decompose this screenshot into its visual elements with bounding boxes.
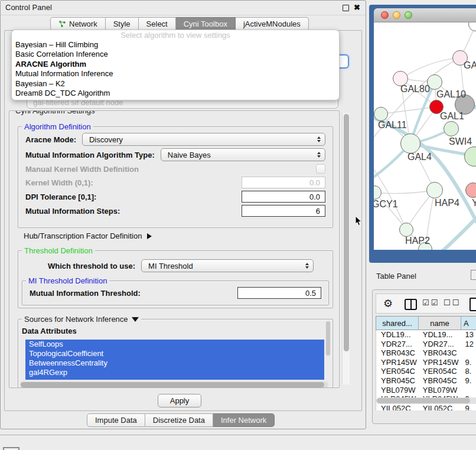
mi-algorithm-type-row: Mutual Information Algorithm Type: Naive… [25, 148, 325, 161]
gear-icon[interactable]: ⚙ [383, 297, 393, 310]
minimize-traffic-light[interactable] [393, 11, 400, 19]
which-threshold-combobox[interactable]: MI Threshold [141, 259, 314, 272]
mi-threshold-legend: MI Threshold Definition [26, 276, 109, 285]
dropdown-item[interactable]: ARACNE Algorithm [12, 60, 339, 69]
manual-kernel-label: Manual Kernel Width Definition [25, 165, 139, 174]
table-row[interactable]: YPR145W YPR145W 9. [376, 358, 476, 367]
dpi-tolerance-input[interactable]: 0.0 [242, 191, 325, 203]
table-row[interactable]: YDL19... YDL19... 13 [376, 330, 476, 340]
spinner-arrows-icon [317, 136, 321, 142]
table-toolbar: ⚙ ☑☑ ☐☐ [376, 294, 476, 314]
table-row[interactable]: YBL079W YBL079W [376, 386, 476, 395]
dropdown-item[interactable]: Basic Correlation Inference [12, 50, 339, 59]
document-icon[interactable] [470, 298, 476, 311]
close-icon[interactable]: ✖ [354, 2, 360, 13]
manual-kernel-checkbox[interactable] [316, 164, 325, 174]
tab-style[interactable]: Style [106, 17, 139, 31]
tab-cyni-toolbox[interactable]: Cyni Toolbox [176, 17, 236, 31]
network-node[interactable] [444, 121, 459, 136]
float-window-icon[interactable] [343, 5, 349, 11]
collapsed-arrow-icon [147, 233, 152, 239]
spinner-arrows-icon [317, 152, 321, 158]
dropdown-item[interactable]: Mutual Information Inference [12, 69, 339, 79]
attribute-list-item-selected[interactable]: gal4RGexp [25, 368, 324, 377]
sources-legend[interactable]: Sources for Network Inference [22, 315, 141, 324]
column-header-shared-name[interactable]: shared... [376, 316, 419, 330]
threshold-definition-legend: Threshold Definition [22, 246, 95, 255]
kernel-width-label: Kernel Width (0,1): [25, 178, 93, 187]
table-panel-window-icon[interactable] [471, 270, 476, 280]
attribute-list-item-selected[interactable]: BetweennessCentrality [25, 358, 324, 368]
algorithm-dropdown-list: Select algorithm to view settings Bayesi… [11, 30, 340, 100]
apply-button[interactable]: Apply [158, 394, 201, 407]
kernel-width-row: Kernel Width (0,1): 0.0 [25, 177, 325, 188]
table-panel: ⚙ ☑☑ ☐☐ shared... name A YDL19... YDL19.… [372, 289, 476, 424]
network-window: GAL GAL80 GAL10 GAL1 GAL11 SWI4 GAL4 GC [374, 8, 476, 250]
mi-threshold-label: Mutual Information Threshold: [30, 289, 141, 298]
node-label: GCY1 [374, 199, 398, 210]
node-label: Y [472, 198, 476, 208]
node-label: GAL11 [378, 120, 407, 131]
collapsed-panel-icon[interactable] [3, 447, 19, 450]
tab-network[interactable]: Network [50, 17, 106, 31]
table-row[interactable]: YER054C YER054C 8. [376, 367, 476, 376]
deselect-all-checkboxes-icon[interactable]: ☐☐ [444, 298, 461, 307]
node-label: GAL10 [436, 89, 466, 100]
node-label: GAL80 [400, 84, 430, 94]
aracne-mode-combobox[interactable]: Discovery [82, 133, 325, 146]
mi-type-label: Mutual Information Algorithm Type: [25, 151, 155, 159]
network-canvas[interactable]: GAL GAL80 GAL10 GAL1 GAL11 SWI4 GAL4 GC [374, 22, 476, 250]
tab-select[interactable]: Select [139, 17, 176, 31]
tab-jactivemnodules[interactable]: jActiveMNodules [236, 17, 309, 31]
column-header-name[interactable]: name [419, 316, 461, 330]
close-traffic-light[interactable] [381, 11, 389, 19]
zoom-traffic-light[interactable] [405, 11, 412, 19]
tab-discretize-data[interactable]: Discretize Data [145, 413, 213, 427]
select-all-checkboxes-icon[interactable]: ☑☑ [422, 298, 439, 307]
mi-steps-input[interactable]: 6 [242, 205, 325, 217]
table-horizontal-scrollbar[interactable] [376, 397, 476, 404]
sources-group: Sources for Network Inference Data Attri… [18, 319, 333, 388]
hub-transcription-section-toggle[interactable]: Hub/Transcription Factor Definition [24, 231, 152, 240]
dropdown-item[interactable]: Dream8 DC_TDC Algorithm [12, 89, 339, 98]
aracne-mode-row: Aracne Mode: Discovery [25, 133, 325, 146]
network-node[interactable] [400, 133, 420, 154]
settings-horizontal-scrollbar[interactable] [20, 381, 328, 388]
cyni-settings-legend: Cyni Algorithm Settings [13, 110, 97, 115]
columns-icon[interactable] [405, 299, 417, 310]
dropdown-item[interactable]: Bayesian – K2 [12, 79, 339, 89]
bottom-divider [0, 435, 476, 435]
application-root: Control Panel ✖ Network Style Select Cyn… [0, 0, 476, 450]
attribute-list-item-selected[interactable]: TopologicalCoefficient [25, 349, 324, 358]
node-label: GAL [464, 60, 476, 71]
cyni-algorithm-settings-group: Cyni Algorithm Settings Algorithm Defini… [9, 110, 340, 388]
table-row[interactable]: YBR043C YBR043C [376, 348, 476, 358]
kernel-width-input[interactable]: 0.0 [242, 177, 325, 188]
manual-kernel-row: Manual Kernel Width Definition [25, 164, 325, 174]
dpi-tolerance-row: DPI Tolerance [0,1]: 0.0 [25, 191, 325, 203]
dpi-tolerance-label: DPI Tolerance [0,1]: [25, 193, 96, 201]
aracne-mode-label: Aracne Mode: [25, 135, 76, 144]
attribute-list-item-selected[interactable]: SelfLoops [25, 340, 324, 349]
column-header-clipped[interactable]: A [461, 316, 476, 330]
algorithm-definition-legend: Algorithm Definition [22, 122, 93, 131]
table-row[interactable]: YDR27... YDR27... 12 [376, 340, 476, 349]
mouse-cursor [355, 216, 362, 227]
network-window-titlebar[interactable] [374, 8, 476, 22]
table-row[interactable]: YBR045C YBR045C 9. [376, 376, 476, 386]
mi-threshold-input[interactable]: 0.5 [237, 287, 321, 299]
network-node[interactable] [374, 107, 388, 121]
network-node[interactable] [426, 182, 443, 198]
mi-steps-row: Mutual Information Steps: 6 [25, 205, 325, 217]
attributes-list-scrollbar[interactable] [325, 321, 331, 357]
cyni-bottom-tabs: Impute Data Discretize Data Infer Networ… [87, 413, 275, 427]
tab-infer-network[interactable]: Infer Network [213, 413, 275, 427]
table-row[interactable]: YIL052C YIL052C 9. [376, 404, 476, 410]
mi-type-combobox[interactable]: Naive Bayes [161, 148, 325, 161]
tab-impute-data[interactable]: Impute Data [87, 413, 145, 427]
mi-threshold-definition-group: MI Threshold Definition Mutual Informati… [22, 281, 329, 305]
settings-vertical-scrollbar[interactable] [342, 113, 350, 384]
dropdown-item[interactable]: Bayesian – Hill Climbing [12, 40, 339, 50]
window-title: Control Panel [5, 1, 52, 15]
network-node[interactable] [399, 223, 413, 237]
